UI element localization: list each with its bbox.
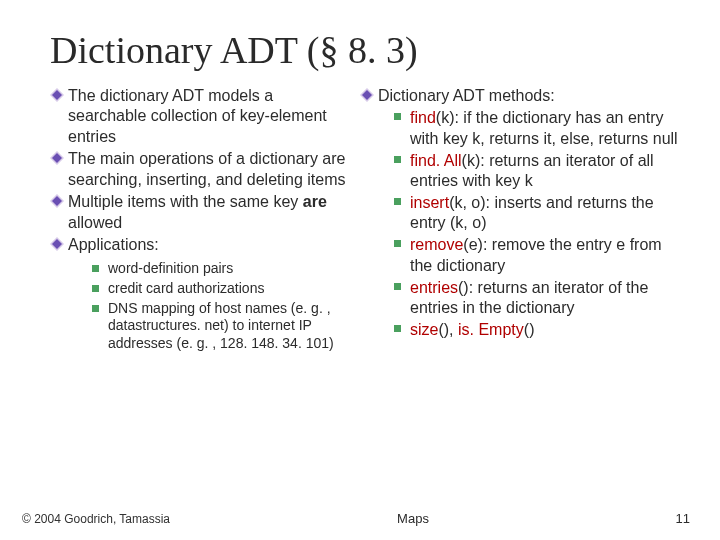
bullet-text: Dictionary ADT methods: xyxy=(378,86,686,106)
diamond-icon xyxy=(50,237,68,251)
bullet-item: Dictionary ADT methods: xyxy=(360,86,686,106)
diamond-icon xyxy=(360,88,378,102)
sub-text: credit card authorizations xyxy=(108,280,348,298)
sub-text: word-definition pairs xyxy=(108,260,348,278)
sub-item: DNS mapping of host names (e. g. , datas… xyxy=(92,300,348,354)
sub-item: remove(e): remove the entry e from the d… xyxy=(394,235,686,275)
bullet-item: Multiple items with the same key are all… xyxy=(50,192,348,233)
square-icon xyxy=(394,325,410,332)
left-column: The dictionary ADT models a searchable c… xyxy=(50,86,360,355)
sub-text: entries(): returns an iterator of the en… xyxy=(410,278,686,318)
square-icon xyxy=(92,265,108,272)
square-icon xyxy=(394,156,410,163)
diamond-icon xyxy=(50,88,68,102)
bullet-text: Multiple items with the same key are all… xyxy=(68,192,348,233)
right-column: Dictionary ADT methods: find(k): if the … xyxy=(360,86,686,355)
sub-item: find. All(k): returns an iterator of all… xyxy=(394,151,686,191)
sub-text: find. All(k): returns an iterator of all… xyxy=(410,151,686,191)
sub-text: insert(k, o): inserts and returns the en… xyxy=(410,193,686,233)
square-icon xyxy=(394,283,410,290)
sub-item: size(), is. Empty() xyxy=(394,320,686,340)
slide-title: Dictionary ADT (§ 8. 3) xyxy=(0,0,720,86)
square-icon xyxy=(394,113,410,120)
copyright: © 2004 Goodrich, Tamassia xyxy=(22,512,170,526)
bullet-item: The dictionary ADT models a searchable c… xyxy=(50,86,348,147)
diamond-icon xyxy=(50,151,68,165)
sub-item: insert(k, o): inserts and returns the en… xyxy=(394,193,686,233)
bullet-text: The dictionary ADT models a searchable c… xyxy=(68,86,348,147)
sub-text: size(), is. Empty() xyxy=(410,320,686,340)
bullet-item: Applications: xyxy=(50,235,348,255)
square-icon xyxy=(394,198,410,205)
sub-item: credit card authorizations xyxy=(92,280,348,298)
sub-list: word-definition pairs credit card author… xyxy=(50,260,348,354)
sub-item: find(k): if the dictionary has an entry … xyxy=(394,108,686,148)
sub-item: word-definition pairs xyxy=(92,260,348,278)
diamond-icon xyxy=(50,194,68,208)
sub-item: entries(): returns an iterator of the en… xyxy=(394,278,686,318)
bullet-item: The main operations of a dictionary are … xyxy=(50,149,348,190)
bullet-text: Applications: xyxy=(68,235,348,255)
square-icon xyxy=(92,305,108,312)
bullet-text: The main operations of a dictionary are … xyxy=(68,149,348,190)
sub-text: DNS mapping of host names (e. g. , datas… xyxy=(108,300,348,354)
page-number: 11 xyxy=(676,511,690,526)
square-icon xyxy=(92,285,108,292)
sub-text: find(k): if the dictionary has an entry … xyxy=(410,108,686,148)
sub-list: find(k): if the dictionary has an entry … xyxy=(360,108,686,340)
sub-text: remove(e): remove the entry e from the d… xyxy=(410,235,686,275)
square-icon xyxy=(394,240,410,247)
